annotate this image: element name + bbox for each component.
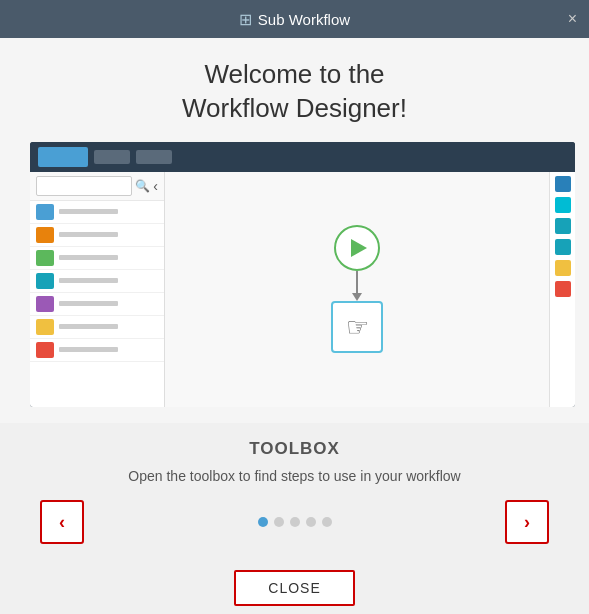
right-icon — [555, 176, 571, 192]
list-item — [30, 339, 164, 362]
pagination-dots — [258, 517, 332, 527]
item-icon — [36, 273, 54, 289]
dot-4 — [306, 517, 316, 527]
list-item — [30, 270, 164, 293]
item-icon — [36, 296, 54, 312]
close-window-button[interactable]: × — [568, 11, 577, 27]
preview-tab-1 — [94, 150, 130, 164]
connector-line — [356, 271, 358, 293]
preview-toolbar — [30, 142, 575, 172]
section-description: Open the toolbox to find steps to use in… — [30, 467, 559, 487]
prev-button[interactable]: ‹ — [40, 500, 84, 544]
sidebar-search-box — [36, 176, 132, 196]
title-bar-icon: ⊞ — [239, 10, 252, 29]
preview-tab-2 — [136, 150, 172, 164]
list-item — [30, 247, 164, 270]
title-bar: ⊞ Sub Workflow × — [0, 0, 589, 38]
dot-3 — [290, 517, 300, 527]
preview-image: 🔍 ‹ — [30, 142, 575, 407]
item-icon — [36, 342, 54, 358]
right-icon — [555, 260, 571, 276]
item-icon — [36, 250, 54, 266]
dot-2 — [274, 517, 284, 527]
preview-canvas: ☞ — [165, 172, 549, 407]
close-button-row: CLOSE — [0, 570, 589, 614]
preview-tab-active — [38, 147, 88, 167]
dot-1 — [258, 517, 268, 527]
start-triangle-icon — [351, 239, 367, 257]
search-icon: 🔍 — [135, 179, 150, 193]
list-item — [30, 201, 164, 224]
item-icon — [36, 227, 54, 243]
title-bar-text: Sub Workflow — [258, 11, 350, 28]
right-icon — [555, 197, 571, 213]
welcome-title: Welcome to the Workflow Designer! — [30, 58, 559, 126]
workflow-diagram: ☞ — [331, 225, 383, 353]
action-node: ☞ — [331, 301, 383, 353]
right-icon — [555, 239, 571, 255]
list-item — [30, 293, 164, 316]
right-icon — [555, 218, 571, 234]
preview-body: 🔍 ‹ — [30, 172, 575, 407]
connector-arrow — [352, 293, 362, 301]
nav-row: ‹ › — [30, 500, 559, 544]
right-icon — [555, 281, 571, 297]
dot-5 — [322, 517, 332, 527]
next-button[interactable]: › — [505, 500, 549, 544]
list-item — [30, 316, 164, 339]
list-item — [30, 224, 164, 247]
section-title: TOOLBOX — [30, 439, 559, 459]
section-content: TOOLBOX Open the toolbox to find steps t… — [0, 423, 589, 571]
close-button[interactable]: CLOSE — [234, 570, 354, 606]
sidebar-items — [30, 201, 164, 407]
start-node — [334, 225, 380, 271]
item-icon — [36, 319, 54, 335]
preview-sidebar: 🔍 ‹ — [30, 172, 165, 407]
sidebar-search-row: 🔍 ‹ — [30, 172, 164, 201]
main-content: Welcome to the Workflow Designer! 🔍 ‹ — [0, 38, 589, 423]
preview-right-panel — [549, 172, 575, 407]
sidebar-collapse-icon: ‹ — [153, 178, 158, 194]
item-icon — [36, 204, 54, 220]
